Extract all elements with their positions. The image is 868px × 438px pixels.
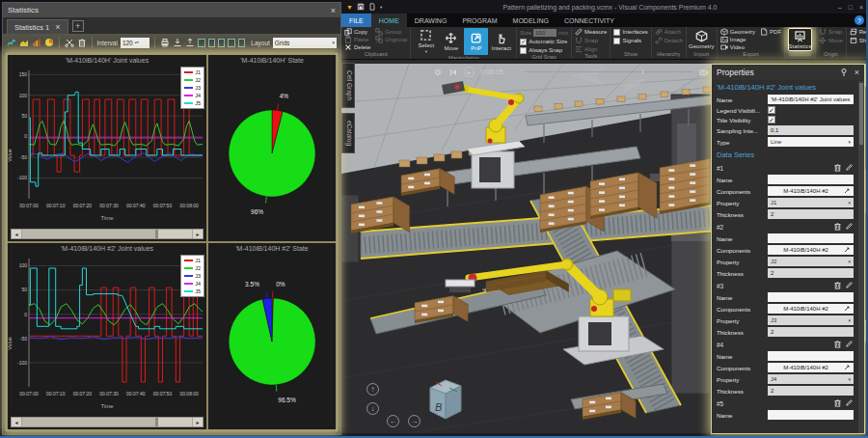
- maximize-icon[interactable]: □: [849, 4, 853, 11]
- settings-gear-icon[interactable]: [433, 68, 443, 77]
- align-button[interactable]: Align: [575, 45, 607, 53]
- series-name-input[interactable]: [768, 175, 854, 184]
- always-snap-checkbox[interactable]: Always Snap: [520, 46, 568, 54]
- help-icon[interactable]: ?: [854, 15, 864, 25]
- quick-access-caret-icon[interactable]: ▾: [380, 5, 382, 10]
- signals-checkbox[interactable]: Signals: [613, 37, 647, 44]
- rewind-icon[interactable]: [448, 68, 458, 77]
- trash-icon[interactable]: [833, 163, 842, 173]
- add-chart-tab-button[interactable]: +: [72, 20, 84, 32]
- scroll-left-icon[interactable]: ◂: [12, 230, 22, 238]
- trash-icon[interactable]: [833, 398, 842, 408]
- minimize-icon[interactable]: –: [838, 4, 842, 11]
- scroll-thumb[interactable]: [22, 418, 158, 426]
- delete-button[interactable]: Delete: [344, 43, 370, 51]
- line-chart-type-icon[interactable]: [7, 38, 16, 47]
- link-icon[interactable]: [843, 305, 851, 314]
- tools-snap-button[interactable]: Snap: [575, 37, 607, 44]
- automatic-size-checkbox[interactable]: ✓Automatic Size: [520, 38, 568, 45]
- line-chart-cell-1[interactable]: 'M-410iB/140H' Joint values150100500-50-…: [8, 55, 206, 241]
- grid-toggle-button[interactable]: [218, 39, 225, 47]
- series-components-input[interactable]: M-410iB/140H #2: [768, 304, 854, 314]
- export-video-button[interactable]: Video: [720, 43, 755, 51]
- pan-down-button[interactable]: ↓: [366, 402, 379, 415]
- title-visibility-checkbox[interactable]: ✓: [768, 116, 775, 123]
- tab-cell-graph[interactable]: Cell Graph: [341, 63, 355, 108]
- import-icon[interactable]: [173, 38, 182, 47]
- pnp-button[interactable]: PnP: [464, 28, 488, 55]
- close-icon[interactable]: ×: [859, 4, 863, 11]
- measure-button[interactable]: Measure: [575, 28, 607, 36]
- legend-visibility-checkbox[interactable]: ✓: [768, 106, 775, 114]
- grid-toggle-button[interactable]: [198, 39, 204, 47]
- ribbon-tab-drawing[interactable]: DRAWING: [407, 14, 455, 27]
- type-select[interactable]: Line ▾: [768, 137, 854, 147]
- scroll-track[interactable]: [22, 418, 192, 426]
- series-name-input[interactable]: [768, 410, 854, 420]
- series-components-input[interactable]: M-410iB/140H #2: [768, 186, 854, 196]
- series-property-select[interactable]: J2▾: [768, 257, 854, 266]
- grid-toggle-button[interactable]: [208, 39, 215, 47]
- line-chart-cell-2[interactable]: 'M-410iB/140H #2' Joint values100500-50-…: [8, 243, 206, 429]
- layout-select[interactable]: Grids ▾: [273, 38, 337, 48]
- move-button[interactable]: Move: [439, 28, 463, 55]
- series-property-select[interactable]: J1▾: [768, 198, 854, 207]
- export-icon[interactable]: [185, 38, 195, 47]
- h-scrollbar[interactable]: ◂▸: [11, 229, 203, 239]
- name-input[interactable]: 'M-410iB/140H #2' Joint values: [768, 95, 854, 104]
- scroll-track[interactable]: [22, 230, 192, 238]
- origin-move-button[interactable]: Move: [819, 37, 843, 44]
- tab-statistics-1[interactable]: Statistics 1 ×: [7, 19, 68, 34]
- attach-button[interactable]: Attach: [655, 28, 683, 36]
- series-components-input[interactable]: M-410iB/140H #2: [768, 363, 854, 372]
- pie-chart-type-icon[interactable]: [44, 38, 54, 47]
- view-cube[interactable]: B: [430, 380, 461, 419]
- area-chart-type-icon[interactable]: [19, 38, 29, 47]
- ribbon-tab-file[interactable]: FILE: [341, 14, 371, 27]
- pie-chart-cell-1[interactable]: 'M-410iB/140H' State4%96%: [208, 55, 336, 241]
- series-property-select[interactable]: J3▾: [768, 315, 854, 325]
- interfaces-checkbox[interactable]: Interfaces: [613, 28, 647, 36]
- close-icon[interactable]: ×: [331, 6, 336, 15]
- series-name-input[interactable]: [768, 233, 854, 243]
- series-thickness-input[interactable]: 2: [768, 268, 854, 278]
- scroll-right-icon[interactable]: ▸: [192, 418, 203, 426]
- pan-left-button[interactable]: ←: [387, 415, 399, 427]
- grid-size-field[interactable]: Size100mm: [520, 28, 568, 37]
- pen-icon[interactable]: [845, 222, 854, 232]
- ungroup-button[interactable]: Ungroup: [375, 36, 407, 43]
- export-pdf-button[interactable]: PDF: [760, 28, 781, 36]
- link-icon[interactable]: [843, 187, 851, 196]
- interval-stepper-icon[interactable]: ▴▾: [135, 41, 139, 44]
- close-icon[interactable]: ×: [854, 68, 859, 77]
- scroll-left-icon[interactable]: ◂: [12, 418, 22, 426]
- ribbon-tab-program[interactable]: PROGRAM: [454, 14, 504, 27]
- series-thickness-input[interactable]: 2: [768, 386, 854, 396]
- ribbon-tab-modeling[interactable]: MODELING: [505, 14, 556, 27]
- interval-input[interactable]: 120 ▴▾: [121, 38, 149, 48]
- pan-up-button[interactable]: ↑: [366, 383, 379, 396]
- print-icon[interactable]: [160, 38, 170, 47]
- pen-icon[interactable]: [845, 398, 854, 408]
- play-button[interactable]: ▶: [464, 67, 475, 77]
- pallet-stack[interactable]: [590, 173, 657, 219]
- trash-icon[interactable]: [77, 38, 87, 47]
- app-logo-icon[interactable]: ▼: [346, 4, 353, 11]
- paste-button[interactable]: Paste: [344, 36, 370, 43]
- h-scrollbar[interactable]: ◂▸: [11, 417, 203, 427]
- trash-icon[interactable]: [833, 281, 842, 290]
- link-icon[interactable]: [843, 364, 851, 372]
- record-camera-icon[interactable]: [699, 68, 709, 77]
- bar-chart-type-icon[interactable]: [32, 38, 41, 47]
- ribbon-tab-home[interactable]: HOME: [371, 14, 407, 27]
- ribbon-tab-connectivity[interactable]: CONNECTIVITY: [556, 14, 622, 27]
- link-icon[interactable]: [843, 246, 851, 255]
- series-name-input[interactable]: [768, 292, 854, 302]
- pen-icon[interactable]: [845, 163, 854, 173]
- speed-slider[interactable]: [526, 71, 693, 72]
- new-document-icon[interactable]: [368, 3, 376, 11]
- pie-chart-cell-2[interactable]: 'M-410iB/140H #2' State0%96.5%3.5%: [208, 243, 336, 429]
- pen-icon[interactable]: [845, 340, 854, 349]
- pan-right-button[interactable]: →: [408, 415, 420, 427]
- cut-icon[interactable]: [65, 38, 74, 47]
